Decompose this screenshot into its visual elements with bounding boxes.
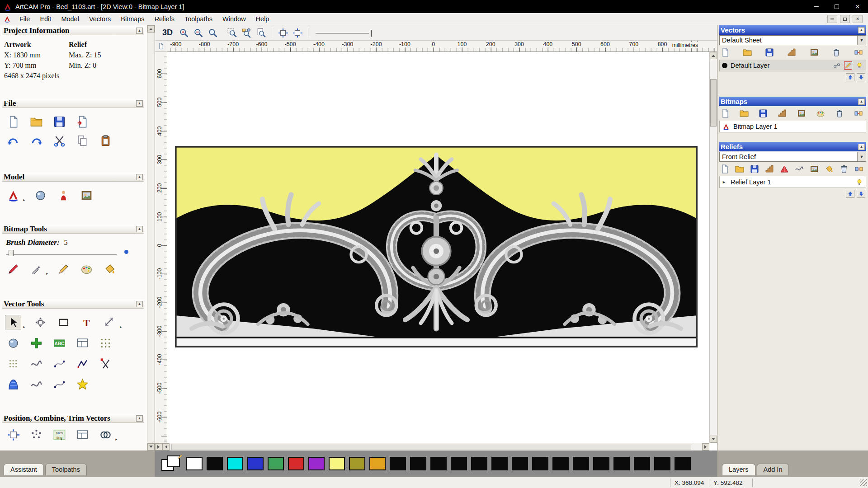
palette-swatch[interactable]	[329, 457, 345, 470]
node-editing-button[interactable]	[28, 336, 44, 350]
collapse-icon[interactable]: ▲	[136, 174, 143, 180]
cut-button[interactable]	[51, 133, 67, 148]
save-vector-layer-button[interactable]	[764, 47, 774, 57]
extrude-button[interactable]	[5, 377, 21, 392]
open-vector-layer-button[interactable]	[742, 47, 752, 57]
fillet-button[interactable]	[51, 377, 67, 392]
new-model-button[interactable]	[5, 114, 21, 129]
relief-fill-button[interactable]	[825, 164, 834, 174]
redo-button[interactable]	[28, 133, 44, 148]
layer-lock-button[interactable]	[833, 61, 841, 70]
minimize-button[interactable]	[806, 0, 826, 13]
scroll-up-button[interactable]	[147, 25, 155, 33]
flyout-arrow-icon[interactable]: ►	[119, 325, 123, 329]
bitmap-to-vector-button[interactable]	[97, 336, 113, 350]
drawing-canvas[interactable]	[167, 52, 709, 443]
palette-swatch[interactable]	[654, 457, 670, 470]
relief-selector[interactable]: Front Relief ▼	[719, 152, 866, 162]
ruler-corner[interactable]	[155, 41, 167, 52]
switch-3d-view-button[interactable]: 3D	[160, 28, 175, 38]
paste-in-view-button[interactable]	[74, 336, 90, 350]
palette-swatch[interactable]	[634, 457, 650, 470]
dropdown-icon[interactable]: ▼	[857, 36, 866, 45]
relief-picture-button[interactable]	[810, 164, 819, 174]
measure-button[interactable]	[102, 315, 118, 329]
create-star-button[interactable]	[74, 377, 90, 392]
relief-smooth-button[interactable]	[795, 164, 804, 174]
line-style-control[interactable]	[316, 28, 374, 38]
palette-swatch[interactable]	[491, 457, 508, 470]
copy-button[interactable]	[74, 133, 90, 148]
palette-swatch[interactable]	[471, 457, 487, 470]
bitmap-image-button[interactable]	[797, 108, 807, 118]
bitmap-layer-row[interactable]: Bitmap Layer 1	[719, 121, 866, 132]
palette-swatch[interactable]	[613, 457, 630, 470]
collapse-icon[interactable]: ▲	[136, 100, 143, 107]
palette-swatch[interactable]	[369, 457, 386, 470]
menu-item[interactable]: Vectors	[84, 13, 116, 25]
create-ellipse-button[interactable]	[5, 336, 21, 350]
tab-add-in[interactable]: Add In	[757, 464, 789, 475]
sheet-selector[interactable]: Default Sheet ▼	[719, 35, 866, 45]
lighting-button[interactable]	[79, 188, 95, 202]
new-relief-layer-button[interactable]	[720, 164, 729, 174]
relief-stairs-button[interactable]	[765, 164, 774, 174]
menu-item[interactable]: Edit	[35, 13, 56, 25]
block-copy-button[interactable]	[74, 427, 90, 442]
weld-vectors-button[interactable]	[97, 427, 113, 442]
pick-colour-button[interactable]	[28, 262, 44, 276]
menu-item[interactable]: Toolpaths	[179, 13, 217, 25]
bitmap-to-relief-button[interactable]	[777, 108, 787, 118]
flood-fill-button[interactable]	[102, 262, 118, 276]
palette-swatch[interactable]	[186, 457, 203, 470]
assistant-scrollbar[interactable]	[147, 25, 155, 450]
collapse-icon[interactable]: ▲	[858, 27, 865, 33]
save-bitmap-layer-button[interactable]	[758, 108, 768, 118]
create-beads-button[interactable]	[5, 357, 21, 371]
slider-track[interactable]	[6, 254, 117, 255]
resize-grip[interactable]	[860, 479, 867, 486]
flyout-arrow-icon[interactable]: ►	[23, 325, 26, 329]
vector-layer-row[interactable]: Default Layer	[719, 60, 866, 71]
create-polyline-button[interactable]	[74, 357, 90, 371]
delete-vector-layer-button[interactable]	[831, 47, 841, 57]
scroll-left-button[interactable]	[162, 443, 170, 450]
scroll-down-button[interactable]	[147, 443, 155, 450]
paint-brush-button[interactable]	[5, 262, 21, 276]
tab-toolpaths[interactable]: Toolpaths	[45, 464, 87, 475]
layer-visibility-button[interactable]	[855, 61, 863, 70]
menu-item[interactable]: Help	[251, 13, 274, 25]
wrap-text-button[interactable]	[51, 336, 67, 350]
palette-swatch[interactable]	[227, 457, 243, 470]
flyout-arrow-icon[interactable]: ►	[115, 438, 118, 442]
draw-button[interactable]	[56, 262, 72, 276]
move-layer-up-button[interactable]	[846, 73, 854, 81]
palette-swatch[interactable]	[349, 457, 365, 470]
move-layer-down-button[interactable]	[857, 73, 865, 81]
trim-vectors-button[interactable]	[97, 357, 113, 371]
slider-thumb[interactable]	[9, 250, 14, 256]
notes-button[interactable]	[56, 188, 72, 202]
tab-assistant[interactable]: Assistant	[4, 464, 44, 475]
scroll-down-button[interactable]	[710, 436, 717, 443]
delete-relief-layer-button[interactable]	[840, 164, 849, 174]
palette-swatch[interactable]	[532, 457, 548, 470]
model-render[interactable]	[175, 146, 698, 347]
fit-curve-button[interactable]	[51, 357, 67, 371]
relief-shape-button[interactable]	[780, 164, 789, 174]
circular-copy-button[interactable]	[28, 427, 44, 442]
layer-visibility-button[interactable]	[855, 178, 863, 186]
palette-swatch[interactable]	[573, 457, 589, 470]
smooth-curve-button[interactable]	[28, 377, 44, 392]
delete-bitmap-layer-button[interactable]	[835, 108, 844, 118]
paste-button[interactable]	[97, 133, 113, 148]
collapse-icon[interactable]: ▲	[858, 99, 865, 105]
horizontal-scroll-thumb[interactable]	[171, 444, 691, 450]
open-bitmap-layer-button[interactable]	[739, 108, 749, 118]
zoom-previous-button[interactable]	[207, 27, 219, 39]
zoom-objects-button[interactable]	[241, 27, 253, 39]
select-vectors-button[interactable]	[5, 315, 21, 329]
align-vectors-button[interactable]	[5, 427, 21, 442]
expander-icon[interactable]: ►	[722, 180, 727, 184]
pan-view-button[interactable]	[277, 27, 289, 39]
